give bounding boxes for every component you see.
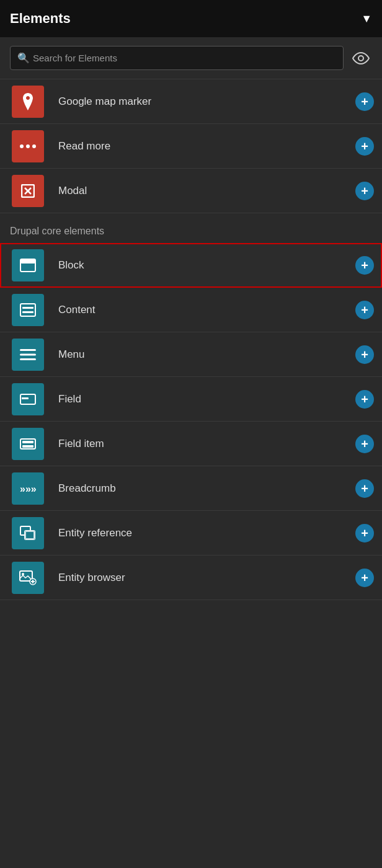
svg-point-3 — [26, 144, 30, 148]
dropdown-arrow-icon[interactable]: ▼ — [361, 12, 372, 25]
item-label: Field item — [56, 438, 347, 450]
item-icon-wrapper — [0, 243, 56, 288]
eye-icon — [352, 52, 370, 64]
visibility-toggle-button[interactable] — [350, 50, 372, 67]
item-icon-wrapper — [0, 124, 56, 169]
read-more-icon — [12, 130, 44, 162]
list-item[interactable]: Field item + — [0, 422, 382, 466]
search-input-wrapper: 🔍 — [10, 46, 344, 70]
add-breadcrumb-button[interactable]: + — [347, 466, 382, 511]
item-label: Breadcrumb — [56, 482, 347, 495]
add-entity-browser-button[interactable]: + — [347, 556, 382, 600]
modal-icon — [12, 175, 44, 207]
field-icon — [12, 383, 44, 415]
list-item[interactable]: Field + — [0, 377, 382, 422]
add-modal-button[interactable]: + — [347, 169, 382, 213]
item-label: Read more — [56, 140, 347, 153]
field-item-icon — [12, 428, 44, 460]
entity-reference-icon — [12, 517, 44, 549]
panel-title: Elements — [10, 11, 71, 27]
entity-browser-icon — [12, 562, 44, 594]
item-label: Menu — [56, 348, 347, 361]
svg-rect-20 — [22, 441, 33, 443]
item-label: Entity reference — [56, 527, 347, 539]
svg-point-2 — [20, 144, 24, 148]
svg-text:»»»: »»» — [20, 484, 37, 494]
item-icon-wrapper — [0, 332, 56, 377]
list-item[interactable]: Menu + — [0, 332, 382, 377]
section-header-drupal-core: Drupal core elements — [0, 213, 382, 243]
menu-icon — [12, 339, 44, 371]
svg-point-1 — [358, 56, 363, 61]
add-google-map-marker-button[interactable]: + — [347, 79, 382, 124]
search-icon: 🔍 — [17, 52, 30, 64]
content-icon — [12, 294, 44, 326]
svg-rect-11 — [22, 307, 33, 309]
search-input[interactable] — [10, 46, 344, 70]
item-icon-wrapper — [0, 556, 56, 600]
list-item[interactable]: Google map marker + — [0, 79, 382, 124]
drupal-core-elements-list: Block + Content + — [0, 243, 382, 600]
add-content-button[interactable]: + — [347, 288, 382, 332]
svg-rect-12 — [22, 311, 33, 313]
item-icon-wrapper: »»» — [0, 466, 56, 511]
list-item[interactable]: Read more + — [0, 124, 382, 169]
item-label: Modal — [56, 185, 347, 197]
svg-rect-10 — [20, 304, 35, 316]
list-item[interactable]: Entity reference + — [0, 511, 382, 556]
list-item[interactable]: »»» Breadcrumb + — [0, 466, 382, 511]
block-icon — [12, 249, 44, 281]
svg-point-4 — [32, 144, 36, 148]
svg-rect-9 — [20, 259, 35, 264]
svg-rect-15 — [20, 358, 36, 360]
list-item[interactable]: Content + — [0, 288, 382, 332]
svg-rect-17 — [22, 397, 29, 399]
panel-header: Elements ▼ — [0, 0, 382, 37]
add-field-item-button[interactable]: + — [347, 422, 382, 466]
item-icon-wrapper — [0, 79, 56, 124]
list-item[interactable]: Block + — [0, 243, 382, 288]
add-read-more-button[interactable]: + — [347, 124, 382, 169]
svg-rect-14 — [20, 353, 36, 355]
item-label: Field — [56, 393, 347, 405]
svg-point-28 — [22, 573, 24, 575]
elements-list: Google map marker + Read more + — [0, 79, 382, 213]
item-icon-wrapper — [0, 377, 56, 422]
map-marker-icon — [12, 86, 44, 118]
breadcrumb-icon: »»» — [12, 472, 44, 505]
svg-rect-13 — [20, 349, 36, 351]
item-icon-wrapper — [0, 169, 56, 213]
add-field-button[interactable]: + — [347, 377, 382, 422]
add-block-button[interactable]: + — [347, 243, 382, 288]
list-item[interactable]: Entity browser + — [0, 556, 382, 600]
item-label: Content — [56, 304, 347, 316]
list-item[interactable]: Modal + — [0, 169, 382, 213]
svg-rect-25 — [25, 531, 35, 539]
item-icon-wrapper — [0, 288, 56, 332]
search-bar: 🔍 — [0, 37, 382, 79]
item-label: Entity browser — [56, 572, 347, 584]
add-entity-reference-button[interactable]: + — [347, 511, 382, 556]
svg-point-0 — [352, 52, 370, 64]
item-label: Google map marker — [56, 95, 347, 108]
svg-rect-21 — [22, 445, 33, 448]
item-icon-wrapper — [0, 511, 56, 556]
item-label: Block — [56, 259, 347, 272]
item-icon-wrapper — [0, 422, 56, 466]
add-menu-button[interactable]: + — [347, 332, 382, 377]
